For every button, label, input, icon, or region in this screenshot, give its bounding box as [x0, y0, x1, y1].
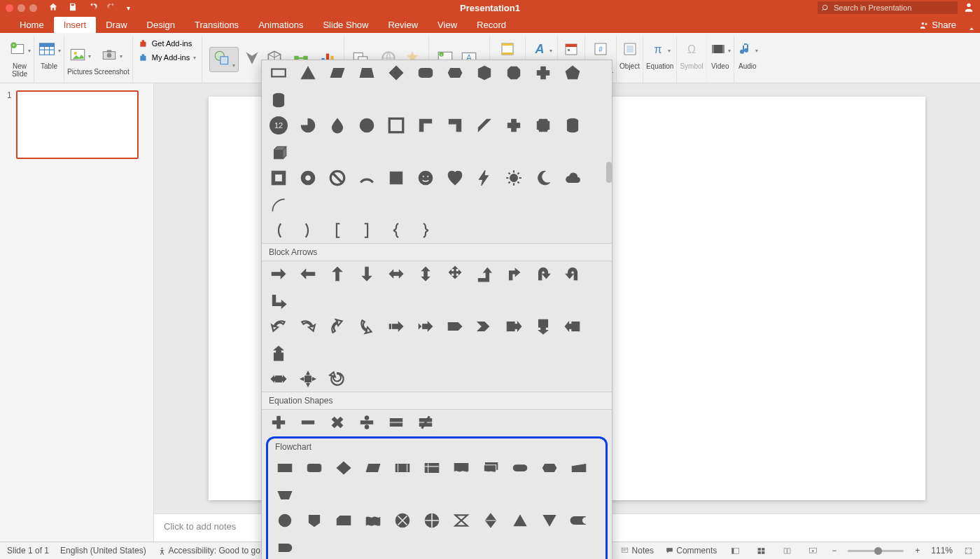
arrow-uturn-right[interactable]	[533, 264, 553, 284]
tab-slide-show[interactable]: Slide Show	[313, 17, 378, 33]
flow-manual-input[interactable]	[569, 458, 589, 478]
shape-cylinder[interactable]	[563, 116, 582, 135]
shape-cross[interactable]	[504, 116, 524, 135]
shape-lightning[interactable]	[475, 168, 494, 188]
flow-punched-tape[interactable]	[363, 511, 383, 530]
status-language[interactable]: English (United States)	[60, 546, 146, 555]
arrow-callout-right[interactable]	[504, 317, 524, 336]
close-window-icon[interactable]	[6, 4, 13, 12]
home-qat-icon[interactable]	[48, 2, 58, 14]
flow-predefined[interactable]	[393, 458, 412, 478]
flow-terminator[interactable]	[510, 458, 530, 478]
shape-paren-right[interactable]	[298, 221, 318, 240]
flow-summing[interactable]	[393, 511, 412, 530]
shape-rect-outline[interactable]	[269, 63, 288, 83]
status-notes-button[interactable]: Notes	[620, 546, 654, 555]
zoom-in-button[interactable]: +	[915, 546, 920, 555]
tab-record[interactable]: Record	[467, 17, 516, 33]
tab-view[interactable]: View	[428, 17, 467, 33]
shape-pie[interactable]	[298, 116, 318, 135]
shape-plus[interactable]	[533, 63, 553, 83]
status-slide[interactable]: Slide 1 of 1	[7, 546, 49, 555]
arrow-striped[interactable]	[386, 317, 406, 336]
flow-or[interactable]	[422, 511, 442, 530]
flow-data[interactable]	[363, 458, 383, 478]
shape-parallelogram[interactable]	[328, 63, 347, 83]
flow-stored-data[interactable]	[569, 511, 589, 530]
audio-button[interactable]: Audio	[734, 36, 761, 83]
arrow-quad[interactable]	[445, 264, 465, 284]
flow-process[interactable]	[275, 458, 295, 478]
eq-minus[interactable]	[298, 413, 318, 432]
shape-brace-left[interactable]	[386, 221, 406, 240]
shape-smiley[interactable]	[416, 168, 435, 188]
flow-internal-storage[interactable]	[422, 458, 442, 478]
icons-button[interactable]	[243, 49, 261, 70]
shape-pentagon[interactable]	[563, 63, 582, 83]
new-slide-button[interactable]: + NewSlide	[6, 36, 34, 83]
maximize-window-icon[interactable]	[29, 4, 37, 12]
save-qat-icon[interactable]	[68, 2, 78, 14]
shape-donut[interactable]	[298, 168, 318, 188]
flow-multidoc[interactable]	[481, 458, 500, 478]
arrow-callout-left[interactable]	[563, 317, 582, 336]
shape-bracket-left[interactable]	[328, 221, 347, 240]
shape-bevel[interactable]	[269, 168, 288, 188]
arrow-callout-lr[interactable]	[269, 369, 288, 389]
share-button[interactable]: Share	[912, 17, 963, 33]
arrow-curved-right[interactable]	[298, 317, 318, 336]
fit-to-window-icon[interactable]	[964, 546, 973, 555]
redo-qat-icon[interactable]	[107, 2, 117, 14]
shape-bracket-right[interactable]	[357, 221, 377, 240]
shape-no-symbol[interactable]	[328, 168, 347, 188]
arrow-left-right[interactable]	[386, 264, 406, 284]
qat-customize-icon[interactable]: ▾	[127, 4, 130, 12]
flow-connector[interactable]	[275, 511, 295, 530]
tab-draw[interactable]: Draw	[96, 17, 136, 33]
shape-hexagon-flat[interactable]	[445, 63, 465, 83]
flow-manual-op[interactable]	[275, 485, 295, 505]
arrow-curved-left[interactable]	[269, 317, 288, 336]
zoom-level[interactable]: 111%	[931, 546, 953, 555]
arrow-callout-quad[interactable]	[298, 369, 318, 389]
arrow-pentagon[interactable]	[445, 317, 465, 336]
shape-diagonal-stripe[interactable]	[475, 116, 494, 135]
arrow-bent-right[interactable]	[504, 264, 524, 284]
shape-circle-solid[interactable]	[357, 116, 377, 135]
shape-corner[interactable]	[445, 116, 465, 135]
view-slideshow-icon[interactable]	[806, 544, 820, 557]
shape-sun[interactable]	[504, 168, 524, 188]
object-button[interactable]: Object	[617, 36, 643, 83]
arrow-corner-down[interactable]	[269, 291, 288, 311]
shape-hexagon[interactable]	[475, 63, 494, 83]
flow-delay[interactable]	[275, 538, 295, 558]
tab-home[interactable]: Home	[10, 17, 54, 33]
flow-document[interactable]	[451, 458, 471, 478]
shape-moon[interactable]	[533, 168, 553, 188]
arrow-callout-up[interactable]	[269, 344, 288, 364]
search-input[interactable]: Search in Presentation	[818, 1, 958, 14]
shape-brace-right[interactable]	[416, 221, 435, 240]
shape-arc2[interactable]	[269, 195, 288, 215]
undo-qat-icon[interactable]	[88, 2, 97, 14]
arrow-uturn-left[interactable]	[563, 264, 582, 284]
shape-badge[interactable]: 12	[269, 116, 288, 135]
flow-card[interactable]	[334, 511, 354, 530]
tab-transitions[interactable]: Transitions	[185, 17, 248, 33]
flow-decision[interactable]	[334, 458, 354, 478]
get-addins-button[interactable]: Get Add-ins	[139, 39, 196, 48]
shape-trapezoid[interactable]	[357, 63, 377, 83]
status-comments-button[interactable]: Comments	[665, 546, 717, 555]
zoom-out-button[interactable]: −	[832, 546, 836, 555]
shapes-scrollbar[interactable]	[606, 162, 612, 183]
arrow-curved-up[interactable]	[328, 317, 347, 336]
tab-insert[interactable]: Insert	[54, 17, 97, 33]
arrow-left[interactable]	[298, 264, 318, 284]
arrow-right[interactable]	[269, 264, 288, 284]
flow-offpage[interactable]	[304, 511, 324, 530]
collapse-ribbon-icon[interactable]	[967, 25, 976, 33]
slide-thumbnail-1[interactable]	[16, 90, 139, 159]
eq-not-equals[interactable]	[416, 413, 435, 432]
status-accessibility[interactable]: Accessibility: Good to go	[158, 546, 260, 555]
flow-sort[interactable]	[481, 511, 500, 530]
